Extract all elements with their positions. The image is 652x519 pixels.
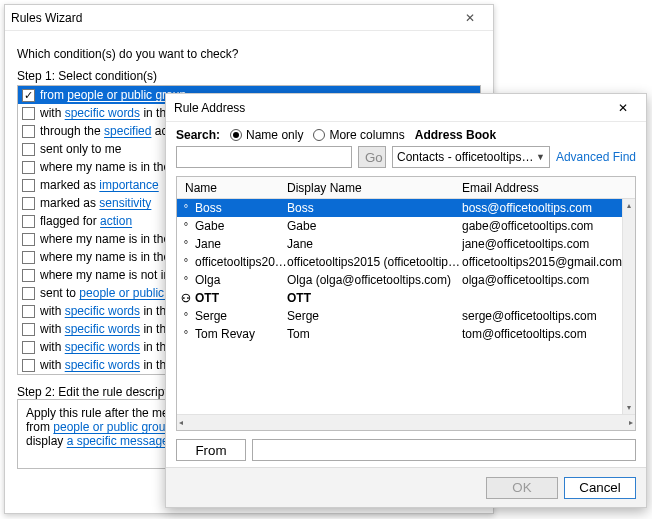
person-icon: ° (177, 274, 195, 286)
person-icon: ° (177, 310, 195, 322)
header-email[interactable]: Email Address (462, 181, 619, 195)
contacts-header-row: Name Display Name Email Address (177, 177, 635, 199)
scroll-right-icon: ▸ (629, 418, 633, 427)
contact-row[interactable]: °JaneJanejane@officetooltips.com (177, 235, 622, 253)
condition-checkbox[interactable] (22, 161, 35, 174)
condition-link[interactable]: action (100, 214, 132, 228)
condition-link[interactable]: specific words (65, 358, 140, 372)
search-input[interactable] (176, 146, 352, 168)
condition-link[interactable]: sensitivity (99, 196, 151, 210)
advanced-find-link[interactable]: Advanced Find (556, 150, 636, 164)
person-icon: ° (177, 202, 195, 214)
contact-name: Boss (195, 201, 287, 215)
contact-display: Tom (287, 327, 462, 341)
condition-checkbox[interactable] (22, 287, 35, 300)
group-icon: ⚇ (177, 292, 195, 305)
address-controls-row: Go Contacts - officetooltips@gmail.com ▼… (166, 144, 646, 174)
condition-checkbox[interactable] (22, 269, 35, 282)
condition-link[interactable]: specific words (65, 322, 140, 336)
address-book-combo[interactable]: Contacts - officetooltips@gmail.com ▼ (392, 146, 550, 168)
radio-more-columns[interactable]: More columns (313, 128, 404, 142)
desc-message-link[interactable]: a specific message (67, 434, 169, 448)
header-name[interactable]: Name (177, 181, 287, 195)
person-icon: ° (177, 238, 195, 250)
condition-link[interactable]: specific words (65, 304, 140, 318)
contact-email: boss@officetooltips.com (462, 201, 622, 215)
condition-checkbox[interactable] (22, 197, 35, 210)
contact-row[interactable]: °GabeGabegabe@officetooltips.com (177, 217, 622, 235)
condition-checkbox[interactable] (22, 125, 35, 138)
condition-checkbox[interactable] (22, 179, 35, 192)
desc-from-link[interactable]: people or public group (53, 420, 172, 434)
condition-checkbox[interactable] (22, 107, 35, 120)
contact-email: officetooltips2015@gmail.com (462, 255, 622, 269)
contact-name: Gabe (195, 219, 287, 233)
condition-link[interactable]: importance (99, 178, 158, 192)
contact-email: serge@officetooltips.com (462, 309, 622, 323)
condition-checkbox[interactable] (22, 233, 35, 246)
radio-dot-icon (313, 129, 325, 141)
contact-row[interactable]: °Tom RevayTomtom@officetooltips.com (177, 325, 622, 343)
condition-text: marked as importance (40, 178, 159, 192)
contacts-rows-wrap: °BossBossboss@officetooltips.com°GabeGab… (177, 199, 635, 414)
wizard-titlebar: Rules Wizard ✕ (5, 5, 493, 31)
wizard-title: Rules Wizard (11, 11, 453, 25)
contact-display: Boss (287, 201, 462, 215)
address-footer: OK Cancel (166, 467, 646, 507)
search-group: Search: Name only More columns (176, 128, 405, 142)
ok-button[interactable]: OK (486, 477, 558, 499)
address-titlebar: Rule Address ✕ (166, 94, 646, 122)
address-close-button[interactable]: ✕ (608, 101, 638, 115)
condition-checkbox[interactable] (22, 305, 35, 318)
contact-email: gabe@officetooltips.com (462, 219, 622, 233)
header-display[interactable]: Display Name (287, 181, 462, 195)
vertical-scrollbar[interactable]: ▴ ▾ (622, 199, 635, 414)
contact-row[interactable]: °OlgaOlga (olga@officetooltips.com)olga@… (177, 271, 622, 289)
contact-row[interactable]: °BossBossboss@officetooltips.com (177, 199, 622, 217)
condition-checkbox[interactable] (22, 143, 35, 156)
contacts-rows[interactable]: °BossBossboss@officetooltips.com°GabeGab… (177, 199, 622, 414)
contact-name: Olga (195, 273, 287, 287)
contact-email: olga@officetooltips.com (462, 273, 622, 287)
rule-address-dialog: Rule Address ✕ Search: Name only More co… (165, 93, 647, 508)
wizard-close-button[interactable]: ✕ (453, 11, 487, 25)
contact-display: OTT (287, 291, 462, 305)
radio-name-only[interactable]: Name only (230, 128, 303, 142)
contact-display: Serge (287, 309, 462, 323)
condition-checkbox[interactable] (22, 215, 35, 228)
radio-dot-icon (230, 129, 242, 141)
wizard-step1-label: Step 1: Select condition(s) (17, 69, 481, 83)
contact-display: officetooltips2015 (officetooltips2015..… (287, 255, 462, 269)
condition-link[interactable]: specified (104, 124, 151, 138)
condition-checkbox[interactable] (22, 323, 35, 336)
condition-checkbox[interactable] (22, 359, 35, 372)
person-icon: ° (177, 328, 195, 340)
contact-row[interactable]: °officetooltips2015officetooltips2015 (o… (177, 253, 622, 271)
from-button[interactable]: From (176, 439, 246, 461)
condition-checkbox[interactable] (22, 341, 35, 354)
go-button[interactable]: Go (358, 146, 386, 168)
contact-name: OTT (195, 291, 287, 305)
contact-name: officetooltips2015 (195, 255, 287, 269)
scroll-down-icon: ▾ (627, 403, 631, 412)
contact-display: Olga (olga@officetooltips.com) (287, 273, 462, 287)
horizontal-scrollbar[interactable]: ◂ ▸ (177, 414, 635, 430)
combo-value: Contacts - officetooltips@gmail.com (397, 150, 536, 164)
address-toolbar: Search: Name only More columns Address B… (166, 122, 646, 144)
condition-link[interactable]: specific words (65, 340, 140, 354)
address-title: Rule Address (174, 101, 608, 115)
scroll-left-icon: ◂ (179, 418, 183, 427)
cancel-button[interactable]: Cancel (564, 477, 636, 499)
scroll-up-icon: ▴ (627, 201, 631, 210)
condition-checkbox[interactable] (22, 251, 35, 264)
contact-name: Jane (195, 237, 287, 251)
contact-display: Gabe (287, 219, 462, 233)
contact-row[interactable]: ⚇OTTOTT (177, 289, 622, 307)
chevron-down-icon: ▼ (536, 152, 545, 162)
contact-row[interactable]: °SergeSergeserge@officetooltips.com (177, 307, 622, 325)
from-input[interactable] (252, 439, 636, 461)
condition-link[interactable]: specific words (65, 106, 140, 120)
condition-checkbox[interactable] (22, 89, 35, 102)
condition-text: sent only to me (40, 142, 121, 156)
contact-email: jane@officetooltips.com (462, 237, 622, 251)
